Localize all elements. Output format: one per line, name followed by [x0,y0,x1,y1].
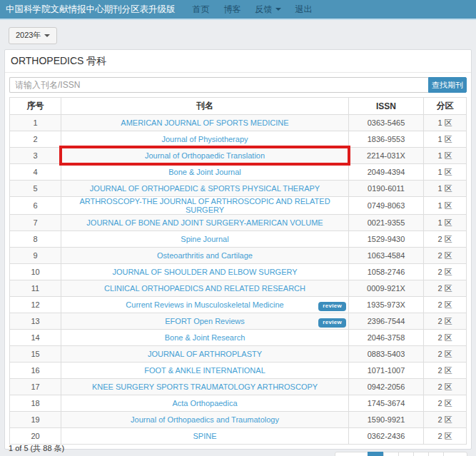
search-button[interactable]: 查找期刊 [428,77,467,93]
journal-link[interactable]: Bone & Joint Journal [168,168,241,176]
journal-name-cell: JOURNAL OF BONE AND JOINT SURGERY-AMERIC… [61,215,349,231]
main-menu: 首页 博客 反馈 退出 [186,0,320,19]
zone-value: 2 区 [424,280,467,297]
journal-link[interactable]: EFORT Open Reviews [165,317,244,325]
year-dropdown-label: 2023年 [16,30,41,41]
table-row: 12 Current Reviews in Musculoskeletal Me… [10,297,467,313]
table-row: 13 EFORT Open Reviews review 2396-7544 2… [10,313,467,330]
table-row: 19 Journal of Orthopaedics and Traumatol… [10,412,467,428]
issn-value: 2214-031X [349,148,424,164]
pagination-item[interactable]: « [335,452,368,456]
zone-value: 1 区 [424,215,467,231]
zone-value: 1 区 [424,181,467,197]
table-row: 6 ARTHROSCOPY-THE JOURNAL OF ARTHROSCOPI… [10,197,467,215]
zone-value: 2 区 [424,248,467,264]
row-index: 12 [10,297,61,313]
journal-table-body: 1 AMERICAN JOURNAL OF SPORTS MEDICINE 03… [10,115,467,445]
table-row: 20 SPINE 0362-2436 2 区 [10,428,467,445]
row-index: 13 [10,313,61,330]
zone-value: 1 区 [424,131,467,148]
zone-value: 2 区 [424,346,467,363]
pagination-item[interactable]: » [443,452,467,456]
nav-item-feedback[interactable]: 反馈 [248,0,288,19]
row-index: 7 [10,215,61,231]
row-index: 5 [10,181,61,197]
journal-link[interactable]: JOURNAL OF BONE AND JOINT SURGERY-AMERIC… [86,218,323,227]
journal-link[interactable]: Journal of Orthopaedics and Traumatology [131,415,279,424]
journal-link[interactable]: Journal of Orthopaedic Translation [145,151,265,160]
chevron-down-icon [275,8,281,11]
journal-name-cell: FOOT & ANKLE INTERNATIONAL [61,363,349,379]
pagination-item[interactable]: 2 [383,452,399,456]
journal-link[interactable]: Osteoarthritis and Cartilage [157,251,253,260]
issn-value: 0190-6011 [349,181,424,197]
nav-item-home[interactable]: 首页 [186,0,217,19]
journal-table: 序号 刊名 ISSN 分区 1 AMERICAN JOURNAL OF SPOR… [9,97,467,445]
table-row: 1 AMERICAN JOURNAL OF SPORTS MEDICINE 03… [10,115,467,131]
header-index: 序号 [10,98,61,115]
journal-name-cell: JOURNAL OF ORTHOPAEDIC & SPORTS PHYSICAL… [61,181,349,197]
journal-name-cell: Bone & Joint Journal [61,164,349,181]
year-dropdown-button[interactable]: 2023年 [9,27,57,44]
nav-item-blog[interactable]: 博客 [217,0,248,19]
journal-link[interactable]: JOURNAL OF SHOULDER AND ELBOW SURGERY [112,268,297,276]
journal-name-cell: Journal of Orthopaedics and Traumatology [61,412,349,428]
journal-link[interactable]: JOURNAL OF ORTHOPAEDIC & SPORTS PHYSICAL… [90,184,320,193]
issn-value: 1590-9921 [349,412,424,428]
journal-name-cell: SPINE [61,428,349,445]
zone-value: 1 区 [424,197,467,215]
zone-value: 2 区 [424,313,467,330]
journal-link[interactable]: AMERICAN JOURNAL OF SPORTS MEDICINE [121,118,288,127]
journal-link[interactable]: Bone & Joint Research [165,333,245,342]
table-row: 16 FOOT & ANKLE INTERNATIONAL 1071-1007 … [10,363,467,379]
journal-link[interactable]: FOOT & ANKLE INTERNATIONAL [144,366,265,375]
issn-value: 1935-973X [349,297,424,313]
pagination-page-active[interactable]: 1 [368,452,383,456]
journal-link[interactable]: Journal of Physiotherapy [161,135,248,143]
row-index: 6 [10,197,61,215]
journal-link[interactable]: KNEE SURGERY SPORTS TRAUMATOLOGY ARTHROS… [92,382,318,391]
nav-item-logout[interactable]: 退出 [288,0,320,19]
pagination: «12345» [335,452,467,456]
category-panel: ORTHOPEDICS 骨科 查找期刊 序号 刊名 ISSN 分区 1 AMER… [4,49,472,450]
pagination-item[interactable]: 5 [428,452,444,456]
zone-value: 1 区 [424,115,467,131]
journal-link[interactable]: CLINICAL ORTHOPAEDICS AND RELATED RESEAR… [104,284,305,293]
journal-link[interactable]: JOURNAL OF ARTHROPLASTY [148,350,262,358]
journal-link[interactable]: Current Reviews in Musculoskeletal Medic… [126,300,283,309]
issn-value: 2049-4394 [349,164,424,181]
row-index: 14 [10,330,61,346]
pagination-item[interactable]: 3 [398,452,414,456]
zone-value: 2 区 [424,231,467,248]
nav-item-feedback-label: 反馈 [255,4,273,16]
zone-value: 1 区 [424,148,467,164]
row-index: 1 [10,115,61,131]
zone-value: 2 区 [424,264,467,280]
journal-link[interactable]: Acta Orthopaedica [172,399,237,407]
pagination-item[interactable]: 4 [413,452,429,456]
journal-name-cell: Acta Orthopaedica [61,395,349,412]
row-index: 20 [10,428,61,445]
journal-search-group: 查找期刊 [9,77,467,93]
journal-table-head: 序号 刊名 ISSN 分区 [10,98,467,115]
panel-body: 查找期刊 序号 刊名 ISSN 分区 1 AMERICAN JOURNAL OF… [5,73,471,449]
row-index: 17 [10,379,61,395]
zone-value: 2 区 [424,363,467,379]
journal-name-cell: Osteoarthritis and Cartilage [61,248,349,264]
issn-value: 1063-4584 [349,248,424,264]
table-row: 18 Acta Orthopaedica 1745-3674 2 区 [10,395,467,412]
search-input[interactable] [9,77,428,93]
issn-value: 0883-5403 [349,346,424,363]
journal-name-cell: Journal of Orthopaedic Translation [61,148,349,164]
row-index: 11 [10,280,61,297]
journal-name-cell: KNEE SURGERY SPORTS TRAUMATOLOGY ARTHROS… [61,379,349,395]
zone-value: 2 区 [424,297,467,313]
journal-link[interactable]: ARTHROSCOPY-THE JOURNAL OF ARTHROSCOPIC … [79,197,330,214]
journal-link[interactable]: Spine Journal [181,235,228,243]
app-title: 中国科学院文献情报中心期刊分区表升级版 [6,4,176,16]
header-row: 序号 刊名 ISSN 分区 [10,98,467,115]
issn-value: 2046-3758 [349,330,424,346]
journal-link[interactable]: SPINE [193,432,216,440]
journal-name-cell: JOURNAL OF SHOULDER AND ELBOW SURGERY [61,264,349,280]
review-badge: review [318,318,346,328]
